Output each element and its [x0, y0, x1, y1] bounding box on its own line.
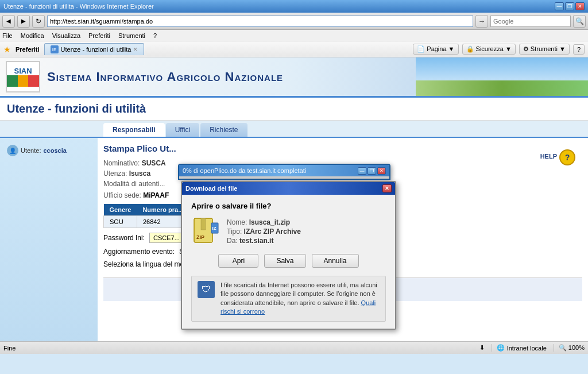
progress-body [179, 176, 389, 179]
cancel-button[interactable]: Annulla [312, 254, 359, 268]
zip-icon: ZIP IZ [191, 217, 220, 246]
file-type-label: Tipo: [227, 228, 242, 236]
page-wrapper: SIAN Sistema Informativo Agricolo Nazion… [0, 57, 588, 354]
warning-text: I file scaricati da Internet possono ess… [220, 281, 380, 317]
security-button[interactable]: 🔒 Sicurezza ▼ [462, 44, 516, 55]
menu-help[interactable]: ? [153, 32, 157, 39]
menu-visualizza[interactable]: Visualizza [52, 32, 80, 39]
open-button[interactable]: Apri [218, 254, 258, 268]
search-button[interactable]: 🔍 [573, 15, 586, 28]
download-close-button[interactable]: ✕ [382, 184, 392, 192]
shield-icon: 🛡 [198, 281, 215, 298]
file-name-row: Nome: lsusca_it.zip [227, 218, 301, 226]
minimize-button[interactable]: — [555, 2, 564, 10]
progress-minimize[interactable]: — [358, 167, 366, 175]
forward-button[interactable]: ▶ [17, 15, 30, 28]
favorites-star-icon: ★ [3, 45, 11, 54]
favorites-label[interactable]: Preferiti [16, 46, 40, 53]
favorites-bar: ★ Preferiti IE Utenze - funzioni di util… [0, 41, 588, 57]
file-source-row: Da: test.sian.it [227, 237, 301, 245]
file-name-label: Nome: [227, 218, 247, 226]
back-button[interactable]: ◀ [2, 15, 15, 28]
menu-file[interactable]: File [2, 32, 13, 39]
file-source-value: test.sian.it [239, 237, 273, 245]
svg-text:ZIP: ZIP [196, 234, 204, 240]
file-info: ZIP IZ Nome: lsusca_it.zip Tipo: IZArc Z… [191, 217, 386, 246]
address-bar: ◀ ▶ ↻ → 🔍 [0, 13, 588, 30]
refresh-button[interactable]: ↻ [32, 15, 45, 28]
go-button[interactable]: → [475, 15, 488, 28]
progress-restore[interactable]: ❐ [368, 167, 376, 175]
download-dialog: Download del file ✕ Aprire o salvare il … [181, 181, 396, 330]
window-controls: — ❐ ✕ [555, 2, 585, 10]
tab-label: Utenze - funzioni di utilita [61, 46, 131, 53]
file-type-row: Tipo: IZArc ZIP Archive [227, 228, 301, 236]
progress-bar-area [179, 176, 389, 179]
action-buttons: Apri Salva Annulla [191, 254, 386, 268]
warning-area: 🛡 I file scaricati da Internet possono e… [191, 276, 386, 322]
menu-bar: File Modifica Visualizza Preferiti Strum… [0, 30, 588, 41]
save-button[interactable]: Salva [264, 254, 305, 268]
download-titlebar: Download del file ✕ [182, 182, 395, 195]
progress-close[interactable]: ✕ [377, 167, 386, 175]
svg-text:IZ: IZ [212, 226, 216, 231]
file-name-value: lsusca_it.zip [249, 218, 290, 226]
help-toolbar-button[interactable]: ? [573, 44, 585, 55]
progress-controls: — ❐ ✕ [358, 167, 386, 175]
file-type-value: IZArc ZIP Archive [244, 228, 301, 236]
download-body: Aprire o salvare il file? ZIP IZ [182, 195, 395, 329]
menu-preferiti[interactable]: Preferiti [88, 32, 110, 39]
browser-title-bar: Utenze - funzioni di utilita - Windows I… [0, 0, 588, 13]
svg-rect-2 [201, 218, 206, 230]
browser-title: Utenze - funzioni di utilita - Windows I… [3, 3, 555, 10]
download-question: Aprire o salvare il file? [191, 202, 386, 210]
tools-button[interactable]: ⚙ Strumenti ▼ [519, 44, 570, 55]
address-input[interactable] [47, 16, 473, 27]
menu-modifica[interactable]: Modifica [21, 32, 44, 39]
file-source-label: Da: [227, 237, 238, 245]
close-button[interactable]: ✕ [575, 2, 585, 10]
toolbar-right: 📄 Pagina ▼ 🔒 Sicurezza ▼ ⚙ Strumenti ▼ ? [413, 44, 585, 55]
zip-icon-svg: ZIP IZ [191, 217, 220, 246]
tab-icon: IE [51, 45, 59, 53]
progress-titlebar: 0% di openPlico.do da test.sian.it compl… [179, 165, 389, 176]
search-input[interactable] [490, 16, 571, 27]
page-button[interactable]: 📄 Pagina ▼ [413, 44, 458, 55]
download-title: Download del file [185, 185, 382, 192]
file-details: Nome: lsusca_it.zip Tipo: IZArc ZIP Arch… [227, 217, 301, 246]
progress-dialog: 0% di openPlico.do da test.sian.it compl… [178, 164, 390, 180]
warning-message: I file scaricati da Internet possono ess… [220, 282, 377, 306]
progress-title: 0% di openPlico.do da test.sian.it compl… [183, 167, 358, 174]
restore-button[interactable]: ❐ [565, 2, 574, 10]
dialog-overlay: 0% di openPlico.do da test.sian.it compl… [0, 57, 588, 354]
menu-strumenti[interactable]: Strumenti [118, 32, 145, 39]
favorites-tab[interactable]: IE Utenze - funzioni di utilita ✕ [44, 43, 145, 55]
